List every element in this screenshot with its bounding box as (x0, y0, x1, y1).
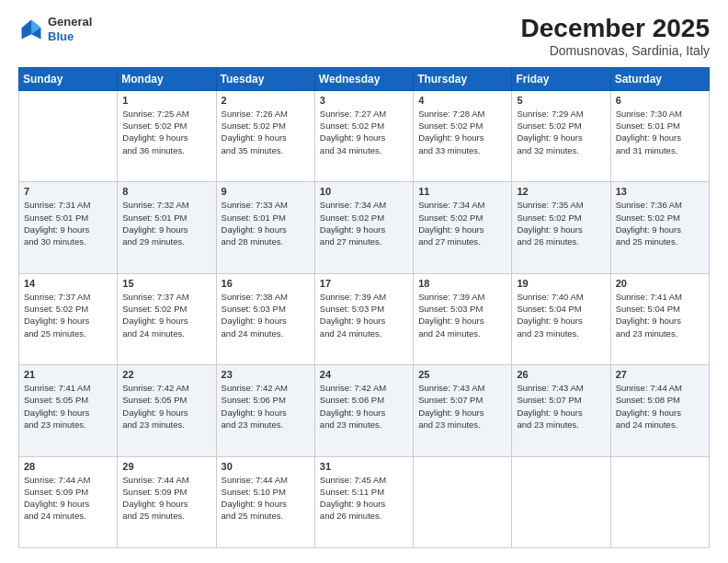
col-header-thursday: Thursday (414, 67, 512, 90)
calendar-week-row: 14Sunrise: 7:37 AM Sunset: 5:02 PM Dayli… (19, 273, 710, 364)
day-number: 29 (122, 461, 210, 472)
logo: General Blue (18, 15, 92, 43)
calendar-cell: 3Sunrise: 7:27 AM Sunset: 5:02 PM Daylig… (314, 90, 413, 181)
day-number: 5 (517, 95, 605, 106)
day-info: Sunrise: 7:45 AM Sunset: 5:11 PM Dayligh… (320, 474, 408, 523)
calendar-cell: 2Sunrise: 7:26 AM Sunset: 5:02 PM Daylig… (216, 90, 314, 181)
day-info: Sunrise: 7:37 AM Sunset: 5:02 PM Dayligh… (122, 291, 210, 339)
day-number: 23 (222, 369, 310, 380)
day-info: Sunrise: 7:41 AM Sunset: 5:05 PM Dayligh… (24, 382, 112, 431)
day-number: 7 (24, 186, 112, 197)
calendar-cell: 14Sunrise: 7:37 AM Sunset: 5:02 PM Dayli… (19, 273, 118, 364)
day-number: 12 (517, 186, 605, 197)
day-info: Sunrise: 7:33 AM Sunset: 5:01 PM Dayligh… (222, 199, 310, 247)
col-header-tuesday: Tuesday (216, 67, 314, 90)
header: General Blue December 2025 Domusnovas, S… (18, 15, 710, 58)
calendar-cell: 26Sunrise: 7:43 AM Sunset: 5:07 PM Dayli… (512, 365, 610, 456)
day-info: Sunrise: 7:26 AM Sunset: 5:02 PM Dayligh… (222, 108, 310, 156)
logo-blue: Blue (48, 29, 92, 44)
calendar-header-row: SundayMondayTuesdayWednesdayThursdayFrid… (19, 67, 710, 90)
calendar-cell: 18Sunrise: 7:39 AM Sunset: 5:03 PM Dayli… (414, 273, 512, 364)
calendar-week-row: 21Sunrise: 7:41 AM Sunset: 5:05 PM Dayli… (19, 365, 710, 456)
calendar-week-row: 28Sunrise: 7:44 AM Sunset: 5:09 PM Dayli… (19, 456, 710, 547)
calendar-cell (512, 456, 610, 547)
day-number: 10 (320, 186, 408, 197)
day-info: Sunrise: 7:42 AM Sunset: 5:05 PM Dayligh… (122, 382, 210, 431)
day-info: Sunrise: 7:31 AM Sunset: 5:01 PM Dayligh… (24, 199, 112, 247)
day-number: 20 (616, 278, 704, 289)
day-number: 17 (320, 278, 408, 289)
logo-general: General (48, 15, 92, 29)
day-number: 13 (616, 186, 704, 197)
day-number: 4 (418, 95, 506, 106)
day-number: 22 (122, 369, 210, 380)
calendar-cell: 31Sunrise: 7:45 AM Sunset: 5:11 PM Dayli… (314, 456, 413, 547)
day-number: 19 (517, 278, 605, 289)
calendar-cell: 7Sunrise: 7:31 AM Sunset: 5:01 PM Daylig… (19, 182, 118, 273)
calendar-cell (610, 456, 709, 547)
calendar-cell: 17Sunrise: 7:39 AM Sunset: 5:03 PM Dayli… (314, 273, 413, 364)
day-number: 9 (222, 186, 310, 197)
day-info: Sunrise: 7:39 AM Sunset: 5:03 PM Dayligh… (320, 291, 408, 339)
day-number: 18 (418, 278, 506, 289)
day-info: Sunrise: 7:37 AM Sunset: 5:02 PM Dayligh… (24, 291, 112, 339)
calendar-table: SundayMondayTuesdayWednesdayThursdayFrid… (18, 67, 710, 548)
calendar-cell: 24Sunrise: 7:42 AM Sunset: 5:06 PM Dayli… (314, 365, 413, 456)
day-number: 11 (418, 186, 506, 197)
day-info: Sunrise: 7:34 AM Sunset: 5:02 PM Dayligh… (320, 199, 408, 247)
calendar-cell: 27Sunrise: 7:44 AM Sunset: 5:08 PM Dayli… (610, 365, 709, 456)
calendar-cell: 28Sunrise: 7:44 AM Sunset: 5:09 PM Dayli… (19, 456, 118, 547)
calendar-cell: 10Sunrise: 7:34 AM Sunset: 5:02 PM Dayli… (314, 182, 413, 273)
calendar-cell: 13Sunrise: 7:36 AM Sunset: 5:02 PM Dayli… (610, 182, 709, 273)
day-info: Sunrise: 7:40 AM Sunset: 5:04 PM Dayligh… (517, 291, 605, 339)
day-number: 27 (616, 369, 704, 380)
calendar-cell: 5Sunrise: 7:29 AM Sunset: 5:02 PM Daylig… (512, 90, 610, 181)
month-title: December 2025 (521, 15, 710, 43)
calendar-cell: 30Sunrise: 7:44 AM Sunset: 5:10 PM Dayli… (216, 456, 314, 547)
day-number: 25 (418, 369, 506, 380)
calendar-cell: 22Sunrise: 7:42 AM Sunset: 5:05 PM Dayli… (118, 365, 216, 456)
day-info: Sunrise: 7:30 AM Sunset: 5:01 PM Dayligh… (616, 108, 704, 156)
calendar-cell: 12Sunrise: 7:35 AM Sunset: 5:02 PM Dayli… (512, 182, 610, 273)
calendar-cell: 19Sunrise: 7:40 AM Sunset: 5:04 PM Dayli… (512, 273, 610, 364)
day-number: 26 (517, 369, 605, 380)
day-number: 15 (122, 278, 210, 289)
calendar-cell: 20Sunrise: 7:41 AM Sunset: 5:04 PM Dayli… (610, 273, 709, 364)
calendar-cell: 6Sunrise: 7:30 AM Sunset: 5:01 PM Daylig… (610, 90, 709, 181)
day-number: 3 (320, 95, 408, 106)
col-header-monday: Monday (118, 67, 216, 90)
day-info: Sunrise: 7:42 AM Sunset: 5:06 PM Dayligh… (222, 382, 310, 431)
day-info: Sunrise: 7:44 AM Sunset: 5:08 PM Dayligh… (616, 382, 704, 431)
calendar-week-row: 1Sunrise: 7:25 AM Sunset: 5:02 PM Daylig… (19, 90, 710, 181)
day-info: Sunrise: 7:28 AM Sunset: 5:02 PM Dayligh… (418, 108, 506, 156)
day-info: Sunrise: 7:41 AM Sunset: 5:04 PM Dayligh… (616, 291, 704, 339)
day-number: 8 (122, 186, 210, 197)
day-info: Sunrise: 7:27 AM Sunset: 5:02 PM Dayligh… (320, 108, 408, 156)
day-info: Sunrise: 7:29 AM Sunset: 5:02 PM Dayligh… (517, 108, 605, 156)
calendar-cell: 9Sunrise: 7:33 AM Sunset: 5:01 PM Daylig… (216, 182, 314, 273)
day-info: Sunrise: 7:44 AM Sunset: 5:09 PM Dayligh… (24, 474, 112, 523)
day-number: 28 (24, 461, 112, 472)
day-info: Sunrise: 7:36 AM Sunset: 5:02 PM Dayligh… (616, 199, 704, 247)
page: General Blue December 2025 Domusnovas, S… (0, 0, 728, 563)
day-info: Sunrise: 7:35 AM Sunset: 5:02 PM Dayligh… (517, 199, 605, 247)
location-subtitle: Domusnovas, Sardinia, Italy (521, 43, 710, 58)
logo-text: General Blue (48, 15, 92, 43)
day-info: Sunrise: 7:34 AM Sunset: 5:02 PM Dayligh… (418, 199, 506, 247)
calendar-cell: 4Sunrise: 7:28 AM Sunset: 5:02 PM Daylig… (414, 90, 512, 181)
col-header-sunday: Sunday (19, 67, 118, 90)
calendar-cell: 8Sunrise: 7:32 AM Sunset: 5:01 PM Daylig… (118, 182, 216, 273)
calendar-cell: 25Sunrise: 7:43 AM Sunset: 5:07 PM Dayli… (414, 365, 512, 456)
day-number: 21 (24, 369, 112, 380)
day-number: 14 (24, 278, 112, 289)
title-block: December 2025 Domusnovas, Sardinia, Ital… (521, 15, 710, 58)
calendar-week-row: 7Sunrise: 7:31 AM Sunset: 5:01 PM Daylig… (19, 182, 710, 273)
calendar-cell (19, 90, 118, 181)
calendar-cell: 29Sunrise: 7:44 AM Sunset: 5:09 PM Dayli… (118, 456, 216, 547)
day-info: Sunrise: 7:44 AM Sunset: 5:10 PM Dayligh… (222, 474, 310, 523)
day-number: 24 (320, 369, 408, 380)
day-info: Sunrise: 7:44 AM Sunset: 5:09 PM Dayligh… (122, 474, 210, 523)
day-number: 2 (222, 95, 310, 106)
day-info: Sunrise: 7:25 AM Sunset: 5:02 PM Dayligh… (122, 108, 210, 156)
calendar-cell: 21Sunrise: 7:41 AM Sunset: 5:05 PM Dayli… (19, 365, 118, 456)
